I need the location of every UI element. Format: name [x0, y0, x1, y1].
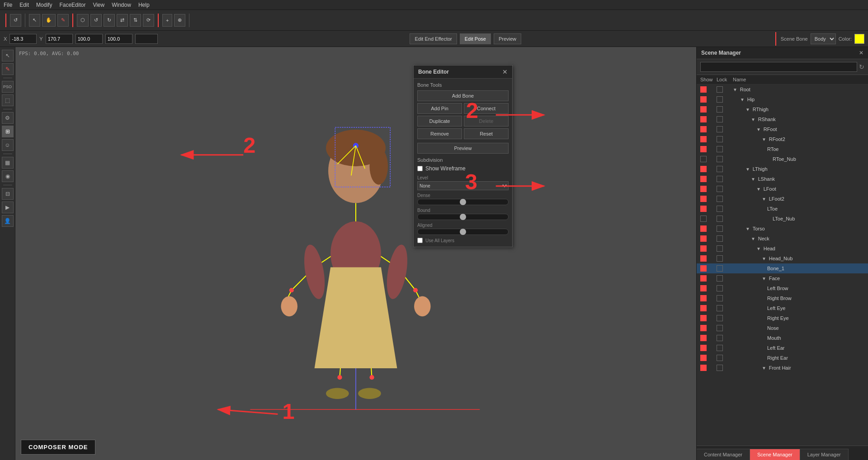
- width-input[interactable]: [75, 34, 103, 44]
- tree-row[interactable]: ▼ Front Hair: [697, 363, 868, 373]
- tree-row[interactable]: ▼ Torso: [697, 224, 868, 234]
- menu-view[interactable]: View: [93, 2, 104, 8]
- show-checkbox[interactable]: [700, 176, 707, 182]
- show-check[interactable]: [700, 166, 717, 172]
- color-swatch[interactable]: [854, 34, 864, 44]
- lock-check[interactable]: [717, 265, 733, 272]
- show-checkbox[interactable]: [700, 206, 707, 212]
- tree-row[interactable]: ▼ RThigh: [697, 104, 868, 114]
- aligned-thumb[interactable]: [460, 229, 466, 235]
- tree-expand-icon[interactable]: ▼: [762, 197, 768, 202]
- add-tool[interactable]: ⬡: [77, 14, 89, 27]
- wireframe-checkbox[interactable]: [417, 166, 423, 171]
- show-checkbox[interactable]: [700, 146, 707, 152]
- show-checkbox[interactable]: [700, 235, 707, 242]
- show-checkbox[interactable]: [700, 186, 707, 192]
- show-check[interactable]: [700, 116, 717, 122]
- bone-editor-close[interactable]: ✕: [502, 68, 508, 75]
- show-check[interactable]: [700, 265, 717, 272]
- lock-checkbox[interactable]: [717, 126, 723, 132]
- sidebar-icon-puppet[interactable]: ⚙: [2, 112, 14, 124]
- tree-expand-icon[interactable]: ▼: [733, 87, 739, 92]
- show-check[interactable]: [700, 146, 717, 152]
- edit-end-effector-button[interactable]: Edit End Effector: [410, 33, 457, 44]
- dense-track[interactable]: [417, 199, 509, 205]
- bound-track[interactable]: [417, 214, 509, 220]
- tree-expand-icon[interactable]: ▼: [745, 167, 751, 172]
- tree-row[interactable]: ▼ LFoot2: [697, 194, 868, 204]
- show-checkbox[interactable]: [700, 275, 707, 282]
- reset-button[interactable]: Reset: [464, 128, 509, 139]
- rotation-input[interactable]: [135, 34, 158, 44]
- body-dropdown[interactable]: Body: [811, 33, 836, 44]
- show-checkbox[interactable]: [700, 295, 707, 301]
- menu-window[interactable]: Window: [112, 2, 131, 8]
- lock-checkbox[interactable]: [717, 106, 723, 113]
- add-pin-button[interactable]: Add Pin: [417, 103, 462, 114]
- sidebar-icon-motion[interactable]: ▶: [2, 202, 14, 213]
- tree-row[interactable]: RToe_Nub: [697, 154, 868, 164]
- crosshair-tool[interactable]: ⊕: [174, 14, 185, 27]
- sidebar-icon-grid[interactable]: ▦: [2, 157, 14, 169]
- undo-button[interactable]: ↺: [10, 14, 21, 27]
- lock-checkbox[interactable]: [717, 315, 723, 321]
- show-checkbox[interactable]: [700, 106, 707, 113]
- lock-checkbox[interactable]: [717, 86, 723, 93]
- lock-check[interactable]: [717, 206, 733, 212]
- lock-check[interactable]: [717, 365, 733, 371]
- show-checkbox[interactable]: [700, 315, 707, 321]
- menu-faceeditor[interactable]: FaceEditor: [59, 2, 85, 8]
- lock-check[interactable]: [717, 225, 733, 232]
- lock-check[interactable]: [717, 196, 733, 202]
- tree-row[interactable]: ▼ Head_Nub: [697, 253, 868, 263]
- preview-button[interactable]: Preview: [494, 33, 521, 44]
- tree-expand-icon[interactable]: ▼: [751, 117, 757, 122]
- show-check[interactable]: [700, 176, 717, 182]
- show-check[interactable]: [700, 335, 717, 341]
- lock-checkbox[interactable]: [717, 186, 723, 192]
- tree-row[interactable]: LToe_Nub: [697, 214, 868, 224]
- lock-checkbox[interactable]: [717, 325, 723, 331]
- show-check[interactable]: [700, 196, 717, 202]
- lock-checkbox[interactable]: [717, 285, 723, 291]
- lock-checkbox[interactable]: [717, 345, 723, 351]
- tree-row[interactable]: ▼ Head: [697, 244, 868, 253]
- tree-expand-icon[interactable]: ▼: [745, 226, 751, 231]
- lock-checkbox[interactable]: [717, 305, 723, 311]
- lock-check[interactable]: [717, 245, 733, 252]
- show-check[interactable]: [700, 305, 717, 311]
- tree-row[interactable]: ▼ LThigh: [697, 164, 868, 174]
- lock-check[interactable]: [717, 355, 733, 361]
- dense-thumb[interactable]: [460, 199, 466, 205]
- show-check[interactable]: [700, 325, 717, 331]
- tree-expand-icon[interactable]: ▼: [762, 276, 768, 281]
- lock-checkbox[interactable]: [717, 166, 723, 172]
- show-check[interactable]: [700, 96, 717, 103]
- lock-check[interactable]: [717, 345, 733, 351]
- show-checkbox[interactable]: [700, 305, 707, 311]
- lock-check[interactable]: [717, 126, 733, 132]
- tree-expand-icon[interactable]: ▼: [756, 127, 762, 132]
- lock-checkbox[interactable]: [717, 335, 723, 341]
- show-check[interactable]: [700, 295, 717, 301]
- show-check[interactable]: [700, 225, 717, 232]
- sidebar-icon-bone2[interactable]: ⊞: [2, 126, 14, 137]
- sidebar-icon-face[interactable]: ☺: [2, 139, 14, 151]
- show-check[interactable]: [700, 235, 717, 242]
- remove-button[interactable]: Remove: [417, 128, 462, 139]
- show-check[interactable]: [700, 216, 717, 222]
- lock-check[interactable]: [717, 136, 733, 142]
- show-check[interactable]: [700, 126, 717, 132]
- select-tool[interactable]: ↖: [29, 14, 40, 27]
- search-input[interactable]: [700, 62, 857, 72]
- tree-expand-icon[interactable]: ▼: [756, 187, 762, 192]
- show-check[interactable]: [700, 275, 717, 282]
- scale-tool[interactable]: ↻: [104, 14, 115, 27]
- tab-layer-manager[interactable]: Layer Manager: [800, 449, 849, 460]
- lock-checkbox[interactable]: [717, 156, 723, 162]
- show-checkbox[interactable]: [700, 216, 707, 222]
- show-checkbox[interactable]: [700, 285, 707, 291]
- tree-expand-icon[interactable]: ▼: [756, 246, 762, 251]
- show-check[interactable]: [700, 106, 717, 113]
- show-check[interactable]: [700, 245, 717, 252]
